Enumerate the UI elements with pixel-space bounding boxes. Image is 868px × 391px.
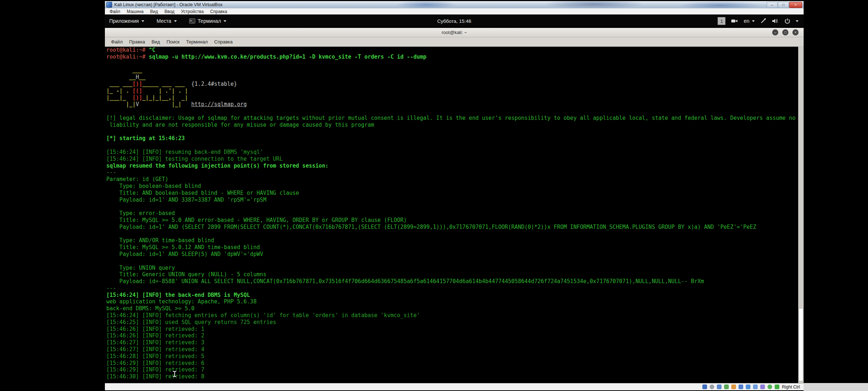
chevron-down-icon xyxy=(752,20,755,22)
optical-disc-icon[interactable] xyxy=(710,384,714,389)
chevron-down-icon xyxy=(141,20,144,22)
terminal-line: Payload: id=1' AND 3387=3387 AND 'rpSM'=… xyxy=(106,197,804,203)
vbox-titlebar[interactable]: Kali Linux (чистая) [Работает] - Oracle … xyxy=(105,1,804,8)
usb-icon[interactable] xyxy=(760,384,765,389)
shared-folders-icon[interactable] xyxy=(739,384,743,389)
virtualbox-window: Kali Linux (чистая) [Работает] - Oracle … xyxy=(105,1,804,390)
terminal-line: root@kali:~# ^C xyxy=(106,47,804,54)
terminal-line: [15:46:24] [INFO] testing connection to … xyxy=(106,156,804,163)
terminal-output[interactable]: root@kali:~# ^Croot@kali:~# sqlmap -u ht… xyxy=(105,47,804,383)
terminal-line: Type: boolean-based blind xyxy=(106,183,804,190)
desktop-corner xyxy=(804,383,868,391)
panel-clock[interactable]: Суббота, 15:46 xyxy=(437,18,471,24)
vm-screen: Приложения Места >_ Терминал Суббота, 15… xyxy=(105,14,804,383)
terminal-line: Title: MySQL >= 5.0 AND error-based - WH… xyxy=(106,217,804,224)
terminal-menu-5[interactable]: Справка xyxy=(211,39,236,45)
vbox-menubar: ФайлМашинаВидВводУстройстваСправка xyxy=(105,8,804,15)
places-menu[interactable]: Места xyxy=(157,18,177,24)
vbox-menu-3[interactable]: Ввод xyxy=(161,9,178,14)
vbox-menu-0[interactable]: Файл xyxy=(106,9,124,14)
seamless-mode-icon[interactable] xyxy=(753,384,758,389)
terminal-scrollbar[interactable] xyxy=(798,47,804,383)
terminal-line xyxy=(106,203,804,210)
mouse-integration-icon[interactable] xyxy=(731,384,736,389)
maximize-button[interactable]: □ xyxy=(778,2,789,8)
terminal-line: liability and are not responsible for an… xyxy=(106,122,804,129)
pointer-tool-icon[interactable] xyxy=(760,18,766,24)
terminal-line xyxy=(106,258,804,265)
terminal-menu-1[interactable]: Правка xyxy=(126,39,148,45)
terminal-line: root@kali:~# sqlmap -u http://www.kvm.co… xyxy=(106,54,804,60)
terminal-line: Type: AND/OR time-based blind xyxy=(106,237,804,244)
chevron-down-icon[interactable] xyxy=(796,20,799,22)
text-cursor-ibeam xyxy=(173,371,176,377)
auto-resize-icon[interactable] xyxy=(775,384,779,389)
terminal-line: --- xyxy=(106,169,804,176)
terminal-line xyxy=(106,60,804,67)
terminal-line: Payload: id=1' AND SLEEP(5) AND 'dpWV'='… xyxy=(106,251,804,258)
terminal-menu-3[interactable]: Поиск xyxy=(163,39,183,45)
terminal-app-menu[interactable]: >_ Терминал xyxy=(189,18,226,24)
terminal-line: [15:46:24] [INFO] resuming back-end DBMS… xyxy=(106,149,804,156)
hard-disk-icon[interactable] xyxy=(702,384,707,389)
terminal-titlebar[interactable]: root@kali: ~ – □ × xyxy=(105,28,804,37)
terminal-line: |___|_ [)]_|_|_|__,| _| xyxy=(106,94,804,101)
terminal-line: [*] starting at 15:46:23 xyxy=(106,135,804,142)
terminal-line xyxy=(106,129,804,135)
terminal-line: [15:46:25] [INFO] used SQL query returns… xyxy=(106,319,804,326)
scrollbar-thumb[interactable] xyxy=(799,308,803,381)
terminal-title: root@kali: ~ xyxy=(442,30,467,35)
terminal-line: Type: error-based xyxy=(106,210,804,217)
workspace-indicator[interactable]: 1 xyxy=(718,17,726,25)
terminal-line: [15:46:24] [INFO] the back-end DBMS is M… xyxy=(106,292,804,299)
terminal-line: [15:46:30] [INFO] retrieved: 8 xyxy=(106,373,804,380)
chevron-down-icon xyxy=(174,20,177,22)
applications-menu[interactable]: Приложения xyxy=(109,18,144,24)
terminal-line: Type: UNION query xyxy=(106,265,804,272)
terminal-window: root@kali: ~ – □ × ФайлПравкаВидПоискТер… xyxy=(105,28,804,383)
terminal-line: Payload: id=1' AND (SELECT 2899 FROM(SEL… xyxy=(106,224,804,231)
terminal-line: Title: Generic UNION query (NULL) - 5 co… xyxy=(106,271,804,278)
close-button[interactable]: × xyxy=(789,2,802,8)
vbox-menu-4[interactable]: Устройства xyxy=(178,9,207,14)
terminal-menu-0[interactable]: Файл xyxy=(108,39,126,45)
network-adapters-icon[interactable] xyxy=(767,384,772,389)
power-icon[interactable] xyxy=(784,18,790,24)
chevron-down-icon xyxy=(224,20,226,22)
terminal-line: [!] legal disclaimer: Usage of sqlmap fo… xyxy=(106,115,804,122)
terminal-line: Title: AND boolean-based blind - WHERE o… xyxy=(106,190,804,197)
kali-top-panel: Приложения Места >_ Терминал Суббота, 15… xyxy=(105,16,804,26)
host-key-label: Right Ctrl xyxy=(782,384,800,390)
terminal-minimize-button[interactable]: – xyxy=(772,29,778,35)
display-icon[interactable] xyxy=(746,384,750,389)
vbox-statusbar: Right Ctrl xyxy=(105,383,804,390)
terminal-line: sqlmap resumed the following injection p… xyxy=(106,163,804,169)
terminal-line: [15:46:29] [INFO] retrieved: 7 xyxy=(106,366,804,373)
vbox-menu-5[interactable]: Справка xyxy=(207,9,230,14)
network-icon[interactable] xyxy=(724,384,729,389)
audio-icon[interactable] xyxy=(717,384,722,389)
terminal-menu-4[interactable]: Терминал xyxy=(183,39,211,45)
vm-icon xyxy=(106,2,112,8)
terminal-line: [15:46:26] [INFO] retrieved: 1 xyxy=(106,326,804,333)
terminal-line: ___ ___[)]_____ ___ ___ {1.2.4#stable} xyxy=(106,81,804,88)
volume-icon[interactable] xyxy=(772,18,779,24)
terminal-line: --- xyxy=(106,285,804,292)
vbox-window-title: Kali Linux (чистая) [Работает] - Oracle … xyxy=(114,2,222,7)
terminal-line: |_ -| . [(] | .'| . | xyxy=(106,88,804,94)
terminal-close-button[interactable]: × xyxy=(792,29,799,35)
keyboard-layout-indicator[interactable]: en xyxy=(744,18,755,24)
terminal-line: Payload: id=-8588' UNION ALL SELECT NULL… xyxy=(106,278,804,285)
terminal-line: |_|V |_| http://sqlmap.org xyxy=(106,101,804,108)
terminal-maximize-button[interactable]: □ xyxy=(782,29,788,35)
vbox-menu-1[interactable]: Машина xyxy=(124,9,147,14)
terminal-line xyxy=(106,231,804,237)
vbox-menu-2[interactable]: Вид xyxy=(147,9,161,14)
terminal-line: Parameter: id (GET) xyxy=(106,176,804,183)
terminal-line: ___ xyxy=(106,67,804,74)
terminal-line: web application technology: Apache, PHP … xyxy=(106,298,804,305)
terminal-line: [15:46:24] [INFO] fetching entries of co… xyxy=(106,312,804,319)
minimize-button[interactable]: – xyxy=(767,2,778,8)
terminal-menu-2[interactable]: Вид xyxy=(148,39,163,45)
screen-recorder-icon[interactable] xyxy=(731,18,738,24)
